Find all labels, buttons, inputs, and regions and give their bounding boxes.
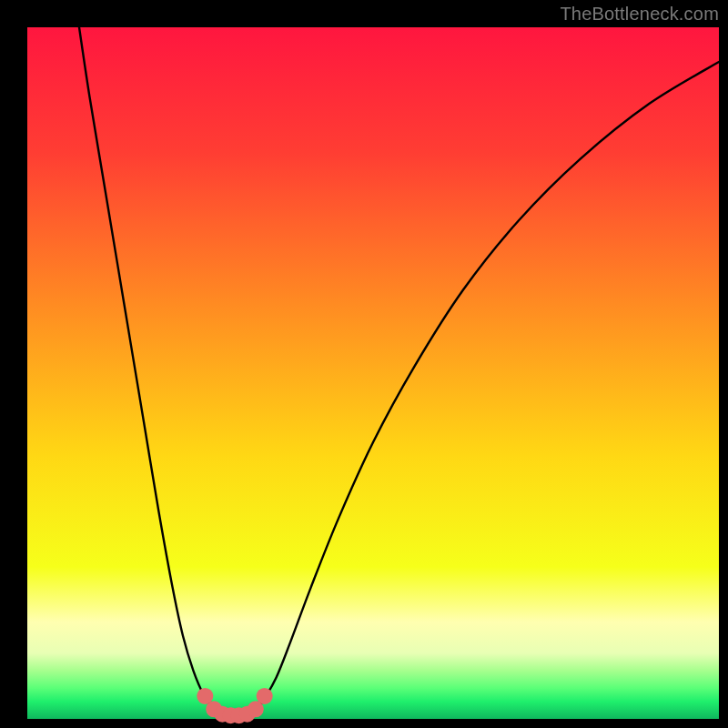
chart-frame: TheBottleneck.com <box>0 0 728 728</box>
plot-background <box>27 27 719 719</box>
trough-point <box>257 688 273 704</box>
watermark-text: TheBottleneck.com <box>560 4 719 25</box>
bottleneck-chart <box>0 0 728 728</box>
